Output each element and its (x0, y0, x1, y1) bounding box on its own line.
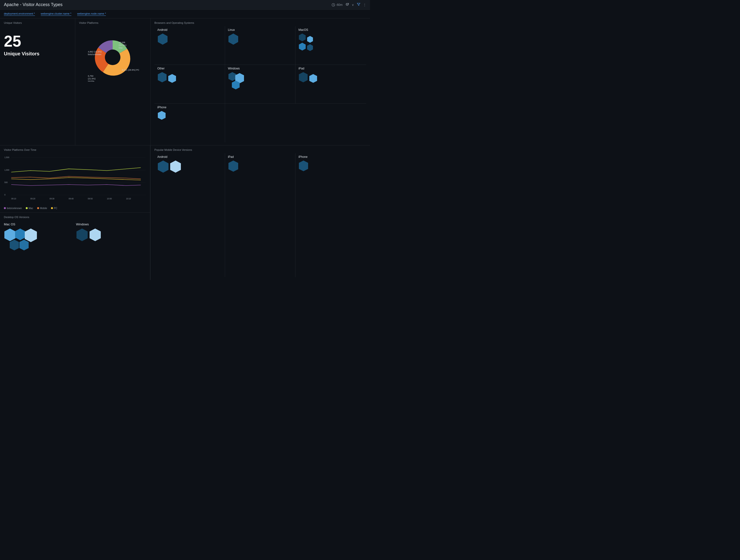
windows-hexes (228, 72, 292, 91)
mobile-android-label: Android (157, 155, 222, 159)
svg-marker-48 (170, 161, 181, 173)
filter-icon[interactable] (357, 3, 360, 7)
more-icon[interactable]: ⋮ (363, 3, 366, 7)
legend: bots/unknown Mac Mobile PC (4, 207, 146, 209)
svg-marker-14 (299, 43, 306, 51)
line-chart-area: 1,500 1,000 500 0 09:10 09:20 09:30 09:4… (4, 155, 146, 205)
svg-marker-16 (307, 44, 313, 51)
browser-cell-iphone: iPhone (155, 104, 225, 142)
desktop-windows-label: Windows (76, 222, 146, 226)
macos-hex-2 (307, 35, 313, 43)
legend-mobile: Mobile (37, 207, 47, 209)
pie-chart-container: 10.59k (33.9%) Mac 9,011 (28.9%) PC 6,75… (79, 28, 147, 82)
windows-d-hex-2 (89, 228, 101, 242)
desktop-windows-hexes (76, 228, 146, 242)
mobile-iphone-hex-1 (298, 160, 308, 172)
svg-marker-13 (299, 33, 306, 41)
svg-marker-45 (77, 228, 88, 241)
filter-deployment[interactable]: deployment.environment * (4, 12, 35, 16)
svg-marker-46 (90, 228, 101, 241)
linux-hex-1 (228, 33, 239, 45)
line-chart-svg: 1,500 1,000 500 0 09:10 09:20 09:30 09:4… (4, 155, 146, 205)
visitor-platforms-panel: Visitor Platforms 10.59k (75, 18, 151, 145)
svg-text:09:40: 09:40 (69, 198, 74, 200)
svg-marker-24 (158, 111, 166, 120)
android-label: Android (157, 28, 222, 31)
svg-text:10.59k: 10.59k (119, 41, 125, 44)
svg-text:09:50: 09:50 (88, 198, 93, 200)
svg-text:6,750: 6,750 (88, 75, 93, 77)
browser-cell-ipad: iPad (295, 65, 366, 103)
visitor-platforms-time-label: Visitor Platforms Over Time (4, 149, 146, 151)
mobile-iphone-hexes (298, 160, 363, 172)
svg-text:10:10: 10:10 (126, 198, 131, 200)
svg-text:09:20: 09:20 (30, 198, 35, 200)
browsers-os-grid: Android Linux MacOS (155, 26, 366, 142)
ipad-hexes (298, 72, 363, 83)
svg-text:09:30: 09:30 (50, 198, 55, 200)
mobile-ipad-hexes (228, 160, 292, 172)
iphone-hex-1 (157, 110, 166, 120)
visitor-platforms-label: Visitor Platforms (79, 21, 147, 24)
unique-visitors-count: 25 (4, 33, 71, 49)
windows-d-hex-1 (76, 228, 88, 242)
header: Apache - Visitor Access Types -60m ∨ ⋮ (0, 0, 370, 10)
other-hex-2 (168, 74, 177, 83)
other-hex-1 (157, 72, 167, 83)
filter-node[interactable]: webengine.node.name * (77, 12, 106, 16)
other-hexes (157, 72, 222, 83)
ipad-label: iPad (298, 67, 363, 70)
legend-dot-mac (26, 207, 28, 209)
svg-marker-21 (232, 81, 240, 89)
browser-cell-other: Other (155, 65, 225, 103)
desktop-os-panel: Desktop OS Versions Mac OS (0, 213, 150, 280)
svg-marker-41 (15, 228, 25, 240)
mobile-iphone-label: iPhone (298, 155, 363, 159)
filter-cluster[interactable]: webengine.cluster.name * (41, 12, 71, 16)
svg-marker-50 (299, 161, 308, 171)
legend-dot-pc (51, 207, 53, 209)
chevron-down-icon[interactable]: ∨ (352, 3, 354, 7)
legend-pc: PC (51, 207, 57, 209)
popular-mobile-label: Popular Mobile Device Versions (155, 149, 366, 151)
popular-mobile-panel: Popular Mobile Device Versions Android i… (151, 146, 370, 280)
browser-cell-macos: MacOS (295, 26, 366, 65)
windows-hex-3 (232, 80, 240, 90)
svg-text:0: 0 (4, 194, 6, 196)
ipad-hex-2 (309, 74, 317, 83)
browser-cell-linux: Linux (225, 26, 296, 65)
filter-bar: deployment.environment * webengine.clust… (0, 10, 370, 18)
iphone-label: iPhone (157, 106, 222, 109)
refresh-icon[interactable] (346, 3, 349, 7)
clock-icon[interactable]: -60m (332, 3, 343, 7)
mobile-grid: Android iPad (155, 153, 366, 277)
legend-dot-bots (4, 207, 6, 209)
svg-marker-23 (309, 74, 317, 83)
page-title: Apache - Visitor Access Types (4, 2, 63, 7)
mobile-android-hexes (157, 160, 222, 173)
svg-point-1 (105, 50, 120, 65)
mobile-cell-iphone: iPhone (295, 153, 366, 277)
svg-marker-22 (299, 72, 307, 82)
macos-d-hex-5 (19, 239, 29, 251)
macos-label: MacOS (298, 28, 363, 31)
mobile-ipad-label: iPad (228, 155, 292, 159)
svg-text:10:00: 10:00 (107, 198, 112, 200)
svg-text:(33.9%): (33.9%) (119, 44, 126, 46)
desktop-os-label: Desktop OS Versions (4, 216, 146, 218)
other-label: Other (157, 67, 222, 70)
legend-mac: Mac (26, 207, 33, 209)
windows-label: Windows (228, 67, 292, 70)
pie-chart: 10.59k (33.9%) Mac 9,011 (28.9%) PC 6,75… (81, 28, 144, 82)
linux-hexes (228, 33, 292, 45)
svg-marker-47 (158, 161, 169, 173)
iphone-hexes (157, 110, 222, 120)
browsers-os-label: Browsers and Operating Systems (155, 21, 366, 24)
macos-hexes (298, 33, 363, 52)
legend-dot-mobile (37, 207, 39, 209)
desktop-macos-label: Mac OS (4, 222, 74, 226)
desktop-os-grid: Mac OS (4, 222, 146, 257)
legend-label-mac: Mac (29, 207, 33, 209)
android-hexes (157, 33, 222, 45)
mobile-cell-android: Android (155, 153, 225, 277)
